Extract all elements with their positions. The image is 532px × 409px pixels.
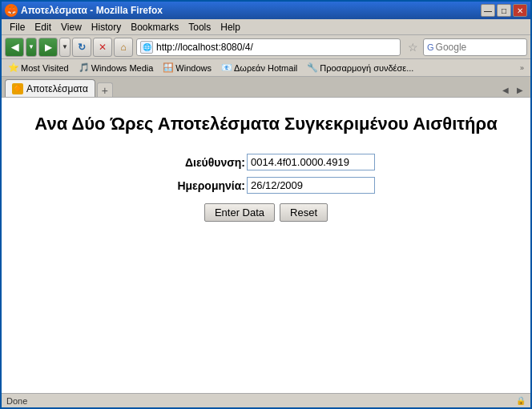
bookmark-most-visited[interactable]: ⭐ Most Visited: [5, 62, 72, 74]
menu-edit[interactable]: Edit: [30, 20, 56, 34]
tab-scroll-right[interactable]: ▶: [513, 82, 527, 97]
bookmark-custom[interactable]: 🔧 Προσαρμογή συνδέσε...: [304, 62, 417, 74]
date-row: Ημερομηνία:: [157, 177, 375, 194]
title-bar-left: 🦊 Αποτελέσματα - Mozilla Firefox: [5, 4, 163, 17]
search-bar[interactable]: G 🔍: [423, 38, 527, 56]
custom-icon: 🔧: [307, 62, 318, 73]
page-heading: Ανα Δύο Ώρες Αποτελέσματα Συγκεκριμένου …: [18, 114, 514, 134]
enter-data-button[interactable]: Enter Data: [204, 203, 275, 222]
status-icons: 🔒: [516, 396, 526, 405]
tab-scroll-controls: ◀ ▶: [498, 82, 527, 97]
bookmarks-more-button[interactable]: »: [517, 62, 527, 74]
menu-view[interactable]: View: [56, 20, 87, 34]
menu-history[interactable]: History: [87, 20, 126, 34]
form-area: Διεύθυνση: Ημερομηνία: Enter Data Reset: [18, 154, 514, 222]
bookmark-custom-label: Προσαρμογή συνδέσε...: [320, 63, 413, 73]
nav-bar: ◀ ▼ ▶ ▼ ↻ ✕ ⌂ 🌐 ☆ G 🔍: [2, 35, 530, 59]
browser-window: 🦊 Αποτελέσματα - Mozilla Firefox — □ ✕ F…: [0, 0, 532, 409]
close-button[interactable]: ✕: [513, 4, 527, 17]
tab-favicon: 🔶: [12, 83, 23, 94]
title-bar: 🦊 Αποτελέσματα - Mozilla Firefox — □ ✕: [2, 2, 530, 19]
address-field[interactable]: [247, 154, 375, 170]
bookmark-star-button[interactable]: ☆: [404, 38, 421, 56]
button-row: Enter Data Reset: [204, 203, 328, 222]
status-bar: Done 🔒: [2, 393, 530, 407]
window-controls: — □ ✕: [481, 4, 527, 17]
bookmark-windows-media-label: Windows Media: [91, 63, 154, 73]
security-icon: 🔒: [516, 396, 526, 405]
dropdown-button[interactable]: ▼: [59, 38, 71, 57]
menu-bookmarks[interactable]: Bookmarks: [126, 20, 183, 34]
tab-bar: 🔶 Αποτελέσματα + ◀ ▶: [2, 77, 530, 98]
page-icon: 🌐: [140, 41, 153, 54]
bookmark-most-visited-label: Most Visited: [21, 63, 69, 73]
address-field-label: Διεύθυνση:: [157, 156, 245, 169]
date-field[interactable]: [247, 177, 375, 194]
reset-button[interactable]: Reset: [280, 203, 328, 222]
bookmark-hotmail-label: Δωρεάν Hotmail: [234, 63, 297, 73]
bookmarks-bar: ⭐ Most Visited 🎵 Windows Media 🪟 Windows…: [2, 59, 530, 77]
search-input[interactable]: [436, 42, 532, 53]
active-tab[interactable]: 🔶 Αποτελέσματα: [5, 79, 95, 97]
new-tab-button[interactable]: +: [97, 82, 113, 97]
tab-label: Αποτελέσματα: [26, 83, 88, 94]
firefox-icon: 🦊: [5, 4, 18, 17]
back-button[interactable]: ◀: [5, 38, 24, 57]
menu-file[interactable]: File: [5, 20, 30, 34]
date-field-label: Ημερομηνία:: [157, 179, 245, 192]
search-engine-icon: G: [427, 42, 434, 52]
windows-icon: 🪟: [163, 62, 174, 73]
reload-button[interactable]: ↻: [72, 38, 91, 57]
address-row: Διεύθυνση:: [157, 154, 375, 170]
stop-button[interactable]: ✕: [93, 38, 112, 57]
menu-bar: File Edit View History Bookmarks Tools H…: [2, 19, 530, 35]
address-input[interactable]: [156, 42, 397, 53]
menu-tools[interactable]: Tools: [183, 20, 216, 34]
maximize-button[interactable]: □: [497, 4, 511, 17]
tab-scroll-left[interactable]: ◀: [498, 82, 513, 97]
bookmark-windows-label: Windows: [175, 63, 212, 73]
home-button[interactable]: ⌂: [114, 38, 133, 57]
page-content: Ανα Δύο Ώρες Αποτελέσματα Συγκεκριμένου …: [2, 98, 530, 393]
bookmark-windows-media[interactable]: 🎵 Windows Media: [75, 62, 157, 74]
minimize-button[interactable]: —: [481, 4, 495, 17]
menu-help[interactable]: Help: [216, 20, 245, 34]
back-dropdown[interactable]: ▼: [26, 38, 37, 57]
bookmark-hotmail[interactable]: 📧 Δωρεάν Hotmail: [218, 62, 300, 74]
hotmail-icon: 📧: [221, 62, 232, 73]
address-bar[interactable]: 🌐: [136, 38, 401, 56]
windows-media-icon: 🎵: [79, 62, 90, 73]
forward-button[interactable]: ▶: [38, 38, 58, 57]
status-text: Done: [6, 396, 516, 406]
bookmark-windows[interactable]: 🪟 Windows: [159, 62, 215, 74]
most-visited-icon: ⭐: [8, 62, 19, 73]
window-title: Αποτελέσματα - Mozilla Firefox: [21, 5, 163, 16]
